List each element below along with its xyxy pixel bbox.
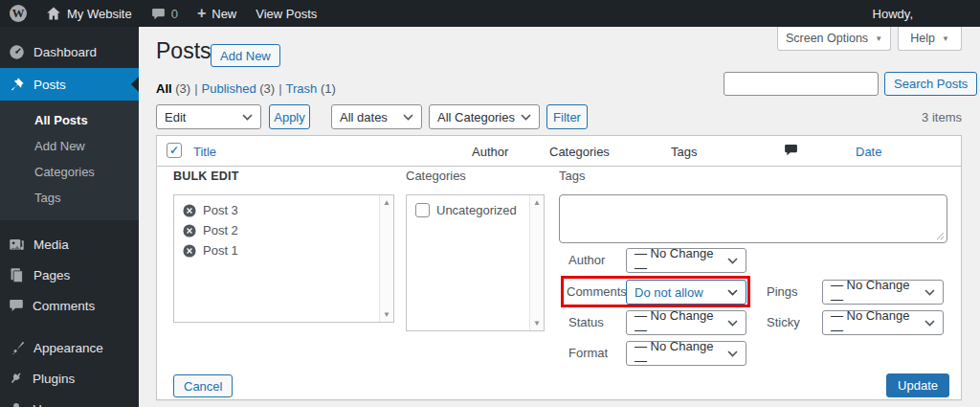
bulk-action-select[interactable]: Edit [156,104,261,129]
search-posts-button[interactable]: Search Posts [884,72,977,96]
cancel-button[interactable]: Cancel [173,374,233,397]
filter-button[interactable]: Filter [546,104,588,129]
format-select[interactable]: — No Change — [626,341,746,366]
category-option: Uncategorized [407,195,544,217]
help-label: Help [910,32,935,45]
comments-field-label: Comments [567,280,627,305]
sidebar-item-comments[interactable]: Comments [0,290,139,321]
screen-options-tab[interactable]: Screen Options ▼ [777,27,891,51]
view-all-link[interactable]: All [156,81,172,96]
account-menu[interactable]: Howdy, [863,0,923,27]
column-date[interactable]: Date [856,145,881,159]
remove-post-icon[interactable] [183,204,196,217]
post-title: Post 1 [203,243,238,258]
admin-bar-comments[interactable]: 0 [142,0,188,27]
chevron-down-icon [521,114,531,121]
menu-spacer [0,220,139,229]
sidebar-item-label: Plugins [33,372,75,386]
scrollbar[interactable]: ▲ ▼ [529,195,544,330]
view-posts-label: View Posts [256,7,317,21]
comments-icon [9,298,24,313]
howdy-label: Howdy, [873,7,913,21]
appearance-brush-icon [9,340,25,356]
sidebar-item-users[interactable]: Users [0,394,139,407]
main-content: Screen Options ▼ Help ▼ Posts Add New Al… [139,27,980,407]
sidebar-item-media[interactable]: Media [0,229,139,260]
category-option-label: Uncategorized [436,203,517,217]
sidebar-item-appearance[interactable]: Appearance [0,332,139,363]
author-select[interactable]: — No Change — [626,248,746,273]
format-select-value: — No Change — [635,339,727,368]
scrollbar[interactable]: ▲ ▼ [379,195,393,322]
home-icon [46,6,61,21]
chevron-down-icon [403,114,413,121]
chevron-down-icon [924,320,935,327]
column-tags: Tags [671,145,697,159]
screen-options-label: Screen Options [786,32,868,45]
sidebar-item-posts[interactable]: Posts [0,68,139,101]
select-all-checkbox[interactable]: ✓ [167,143,182,158]
view-posts-link[interactable]: View Posts [246,0,326,27]
site-name: My Website [67,7,132,21]
sidebar-item-all-posts[interactable]: All Posts [0,107,139,133]
bulk-action-value: Edit [165,110,186,124]
sidebar-item-plugins[interactable]: Plugins [0,363,139,394]
status-field-label: Status [568,310,604,335]
add-new-button[interactable]: Add New [211,44,280,67]
view-trash-link[interactable]: Trash [286,81,318,96]
scroll-down-icon[interactable]: ▼ [530,319,544,328]
wordpress-admin-screen: W My Website 0 + New View Posts Howdy, [0,0,980,407]
column-author: Author [472,145,508,159]
dashboard-icon [9,44,25,60]
remove-post-icon[interactable] [183,224,196,237]
sidebar-item-label: Appearance [33,341,103,355]
scroll-up-icon[interactable]: ▲ [380,198,393,207]
comments-select[interactable]: Do not allow [626,280,746,305]
bulk-edit-posts-list: Post 3 Post 2 Post 1 [173,194,394,323]
update-button[interactable]: Update [886,373,949,397]
site-menu[interactable]: My Website [36,0,142,27]
sidebar-item-label: Comments [33,299,95,313]
wordpress-menu[interactable]: W [0,0,36,27]
sticky-select[interactable]: — No Change — [822,310,944,335]
bulk-edit-categories-box: Uncategorized ▲ ▼ [406,194,545,331]
uncategorized-checkbox[interactable] [415,203,430,217]
view-all-count: (3) [175,81,190,96]
separator: | [275,81,285,96]
scroll-up-icon[interactable]: ▲ [530,198,544,207]
new-label: New [212,7,236,21]
menu-separator [0,321,139,332]
scroll-down-icon[interactable]: ▼ [380,310,393,319]
tags-textarea[interactable] [559,194,947,243]
post-views: All (3)|Published (3)|Trash (1) [156,81,336,96]
post-title: Post 2 [203,223,238,237]
comments-count: 0 [171,7,178,21]
admin-bar: W My Website 0 + New View Posts Howdy, [0,0,980,27]
sidebar-item-pages[interactable]: Pages [0,260,139,290]
sidebar-item-label: Posts [33,78,66,92]
new-content-menu[interactable]: + New [188,0,246,27]
list-item: Post 1 [174,240,393,260]
apply-button[interactable]: Apply [269,104,310,129]
status-select[interactable]: — No Change — [626,310,746,335]
dates-filter-select[interactable]: All dates [331,104,422,129]
column-title[interactable]: Title [193,145,216,159]
sidebar-item-categories[interactable]: Categories [0,159,139,185]
search-input[interactable] [724,72,879,96]
column-comments[interactable] [784,143,798,160]
sidebar-item-add-new[interactable]: Add New [0,133,139,159]
chevron-down-icon [242,114,253,121]
view-published-count: (3) [259,81,275,96]
sidebar-item-tags[interactable]: Tags [0,185,139,211]
post-title: Post 3 [203,203,238,217]
help-tab[interactable]: Help ▼ [898,27,962,51]
pings-select-value: — No Change — [831,278,924,306]
view-published-link[interactable]: Published [202,81,256,96]
dropdown-arrow-icon: ▼ [942,34,949,43]
sidebar-item-dashboard[interactable]: Dashboard [0,35,139,68]
pings-select[interactable]: — No Change — [822,280,944,305]
categories-filter-select[interactable]: All Categories [429,104,540,129]
resize-grip-icon[interactable] [936,232,945,240]
remove-post-icon[interactable] [183,244,196,258]
comment-bubble-icon [151,7,166,21]
